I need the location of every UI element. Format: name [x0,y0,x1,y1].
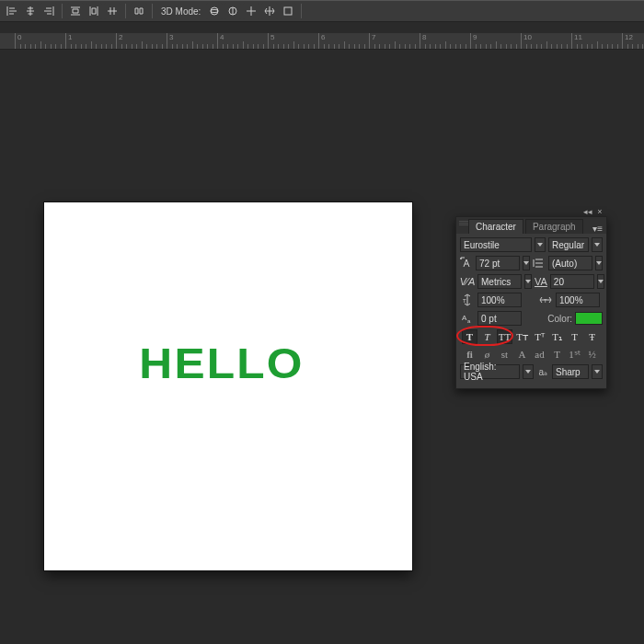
separator [62,4,63,18]
ruler-tick [490,44,493,50]
align-center-btn[interactable] [22,3,39,19]
hscale-field[interactable]: 100% [556,293,600,307]
ruler-tick [304,44,306,50]
ruler-tick [551,44,554,50]
separator [301,4,302,18]
kerning-dd[interactable] [524,274,532,289]
ruler-tick [460,44,463,50]
ruler-tick [247,44,250,50]
3d-move-btn[interactable] [261,3,278,19]
leading-field[interactable]: (Auto) [548,256,592,270]
panel-close-btn[interactable]: × [595,208,604,217]
distribute-v-btn[interactable] [86,3,102,19]
ruler-tick [511,44,513,50]
ruler-tick [146,44,149,50]
small-caps-btn[interactable]: Tᴛ [514,329,530,344]
ruler-tick [142,41,144,50]
font-family-field[interactable]: Eurostile [460,237,532,252]
ruler-tick [328,44,331,50]
ruler-tick [96,44,98,50]
ruler-tick [152,44,155,50]
ruler-tick [440,44,443,50]
tab-paragraph[interactable]: Paragraph [525,219,583,234]
subscript-btn[interactable]: T₁ [549,329,565,344]
all-caps-btn[interactable]: TT [497,329,512,344]
ruler-tick [136,44,139,50]
ruler-tick [237,44,240,50]
vscale-field[interactable]: 100% [477,293,522,307]
font-style-dd[interactable] [592,237,603,252]
spacing-btn[interactable] [131,3,147,19]
ruler-tick [45,44,48,50]
tracking-dd[interactable] [597,274,604,289]
antialias-dd[interactable] [592,364,603,379]
text-color-swatch[interactable] [575,312,603,325]
ruler-tick [389,44,392,50]
3d-pan-btn[interactable] [243,3,259,19]
ruler-tick [592,44,594,50]
stylistic-btn[interactable]: st [497,347,512,362]
svg-text:T: T [463,298,466,304]
distribute-h-btn[interactable] [67,3,84,19]
align-left-btn[interactable] [4,3,20,19]
fractions-btn[interactable]: ½ [584,347,600,362]
titling-btn[interactable]: T [549,347,565,362]
ruler-tick [197,44,200,50]
ligatures-btn[interactable]: fi [462,347,477,362]
ruler-tick [314,44,316,50]
tracking-icon: VA [535,274,547,289]
leading-dd[interactable] [595,256,603,270]
type-style-row-1: TTTTTᴛTᵀT₁TŦ [460,329,603,344]
language-dd[interactable] [523,364,534,379]
horizontal-ruler: 0123456789101112 [0,33,644,50]
tab-character[interactable]: Character [468,219,523,234]
panel-menu-btn[interactable]: ▾≡ [592,224,603,234]
font-size-field[interactable]: 72 pt [476,256,520,270]
ruler-tick [612,44,615,50]
kerning-icon: V⁄A [460,274,475,289]
swash-btn[interactable]: ad [532,347,547,362]
3d-scale-btn[interactable] [280,3,296,19]
font-size-icon [460,256,473,270]
kerning-field[interactable]: Metrics [477,274,522,289]
font-size-dd[interactable] [523,256,530,270]
align-right-btn[interactable] [40,3,57,19]
ruler-tick [121,44,124,50]
superscript-btn[interactable]: Tᵀ [532,329,547,344]
font-family-dd[interactable] [535,237,546,252]
slashed-zero-btn[interactable]: ø [479,347,495,362]
ruler-tick [86,44,88,50]
workspace: HELLO ◂◂ × Character Paragraph ▾≡ Eurost… [0,55,644,644]
ruler-tick [577,44,580,50]
text-layer-hello[interactable]: HELLO [139,339,304,388]
ruler-tick [35,44,38,50]
faux-italic-btn[interactable]: T [479,329,495,344]
antialias-field[interactable]: Sharp [552,364,589,379]
color-label: Color: [547,314,572,324]
baseline-field[interactable]: 0 pt [477,311,522,326]
underline-btn[interactable]: T [567,329,582,344]
ruler-tick [339,44,341,50]
panel-collapse-btn[interactable]: ◂◂ [583,208,592,217]
3d-rotate-btn[interactable] [224,3,241,19]
language-field[interactable]: English: USA [460,364,520,379]
tracking-field[interactable]: 20 [550,274,594,289]
faux-bold-btn[interactable]: T [462,329,477,344]
ruler-tick [207,44,210,50]
ruler-tick [405,44,408,50]
font-style-field[interactable]: Regular [548,237,589,252]
ruler-tick [364,44,367,50]
3d-sphere-btn[interactable] [206,3,223,19]
ruler-tick [374,44,377,50]
contextual-btn[interactable]: A [514,347,530,362]
ruler-tick [557,44,559,50]
ordinals-btn[interactable]: 1ˢᵗ [567,347,582,362]
ruler-tick [486,44,489,50]
distribute-spacing-btn[interactable] [104,3,121,19]
strikethrough-btn[interactable]: Ŧ [584,329,600,344]
ruler-tick [546,41,549,50]
document-canvas[interactable]: HELLO [44,202,412,570]
ruler-tick [75,44,78,50]
ruler-tick [81,44,84,50]
baseline-icon: Aa [460,311,475,326]
